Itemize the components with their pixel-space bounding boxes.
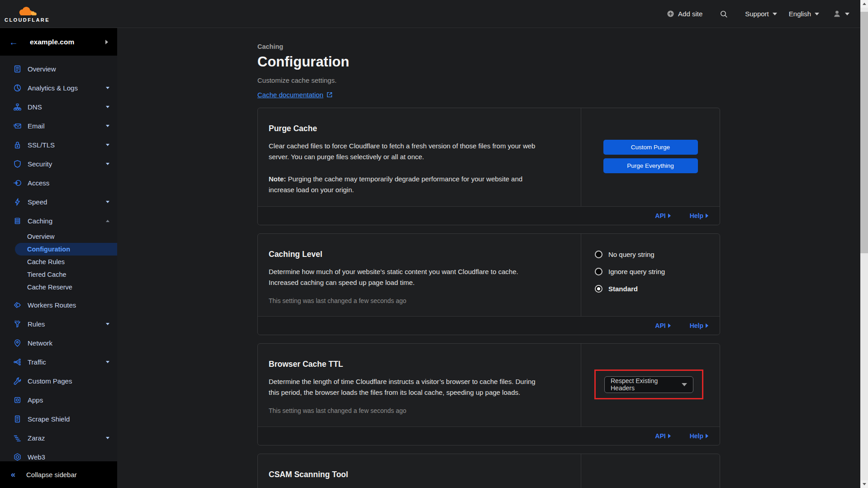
radio-option-standard[interactable]: Standard <box>595 285 720 293</box>
shield-icon <box>13 160 22 168</box>
radio-button-selected[interactable] <box>595 285 602 293</box>
cloudflare-logo[interactable]: CLOUDFLARE <box>7 5 47 23</box>
radio-label: No query string <box>608 251 655 258</box>
sidebar-item-analytics-logs[interactable]: Analytics & Logs <box>0 78 117 97</box>
document-icon <box>13 415 22 423</box>
last-changed-text: This setting was last changed a few seco… <box>269 297 570 304</box>
add-site-button[interactable]: Add site <box>667 10 702 18</box>
card-body-text: Determine the length of time Cloudflare … <box>269 376 570 398</box>
api-link[interactable]: API <box>655 322 670 329</box>
breadcrumb: Caching <box>257 43 720 50</box>
sidebar-subitem-label: Overview <box>27 233 54 240</box>
api-link[interactable]: API <box>655 432 670 440</box>
funnel-icon <box>13 320 22 328</box>
help-link[interactable]: Help <box>690 322 708 329</box>
chevron-right-icon[interactable] <box>105 40 108 44</box>
annotation-highlight-box: Respect Existing Headers <box>594 370 703 399</box>
external-link-icon <box>327 92 332 98</box>
sidebar-item-workers-routes[interactable]: Workers Routes <box>0 295 117 314</box>
sidebar-item-label: Zaraz <box>28 434 45 442</box>
sidebar-item-overview[interactable]: Overview <box>0 59 117 78</box>
radio-button[interactable] <box>595 268 602 275</box>
sidebar-item-custom-pages[interactable]: Custom Pages <box>0 371 117 390</box>
sidebar-subitem-cache-rules[interactable]: Cache Rules <box>0 256 117 268</box>
triangle-right-icon <box>668 213 671 218</box>
last-changed-text: This setting was last changed a few seco… <box>269 407 570 414</box>
sidebar-item-scrape-shield[interactable]: Scrape Shield <box>0 409 117 428</box>
sidebar-subitem-cache-reserve[interactable]: Cache Reserve <box>0 281 117 294</box>
sidebar-item-ssl-tls[interactable]: SSL/TLS <box>0 135 117 154</box>
chevron-down-icon <box>106 144 109 146</box>
caching-submenu: Overview Configuration Cache Rules Tiere… <box>0 230 117 295</box>
diamond-code-icon <box>13 301 22 309</box>
cloudflare-cloud-icon <box>17 5 38 17</box>
site-selector[interactable]: ← example.com <box>0 28 117 56</box>
cloudflare-wordmark: CLOUDFLARE <box>5 17 50 23</box>
scrollbar-thumb[interactable] <box>860 12 868 253</box>
sidebar-item-apps[interactable]: Apps <box>0 390 117 409</box>
sidebar-item-dns[interactable]: DNS <box>0 97 117 116</box>
back-arrow-icon[interactable]: ← <box>9 38 18 47</box>
browser-cache-ttl-dropdown[interactable]: Respect Existing Headers <box>604 376 693 393</box>
dropdown-selected-value: Respect Existing Headers <box>611 377 682 392</box>
arrow-down-icon <box>863 483 866 485</box>
radio-option-no-query-string[interactable]: No query string <box>595 251 720 258</box>
help-link[interactable]: Help <box>690 432 708 440</box>
sidebar-subitem-configuration[interactable]: Configuration <box>15 243 117 256</box>
user-icon <box>833 9 841 18</box>
search-button[interactable] <box>720 10 728 18</box>
sidebar-item-label: DNS <box>28 103 42 111</box>
collapse-sidebar-button[interactable]: « Collapse sidebar <box>0 461 117 488</box>
sidebar-subitem-tiered-cache[interactable]: Tiered Cache <box>0 268 117 281</box>
vertical-scrollbar[interactable] <box>860 0 868 488</box>
collapse-sidebar-label: Collapse sidebar <box>26 471 77 479</box>
sidebar-subitem-label: Configuration <box>27 246 70 253</box>
sidebar-item-rules[interactable]: Rules <box>0 314 117 333</box>
scroll-down-button[interactable] <box>860 480 868 488</box>
sidebar-item-label: Custom Pages <box>28 377 72 385</box>
card-footer: API Help <box>258 316 720 335</box>
card-title: Caching Level <box>269 250 570 259</box>
caching-level-options: No query string Ignore query string Stan… <box>581 234 720 293</box>
clipboard-icon <box>13 65 22 73</box>
account-menu[interactable] <box>833 9 849 18</box>
sidebar-item-label: Speed <box>28 198 47 206</box>
sidebar-item-network[interactable]: Network <box>0 333 117 352</box>
sidebar-item-label: Analytics & Logs <box>28 84 78 92</box>
sidebar-item-label: Network <box>28 339 52 347</box>
custom-purge-button[interactable]: Custom Purge <box>603 140 698 155</box>
sidebar-item-speed[interactable]: Speed <box>0 192 117 211</box>
purge-everything-button[interactable]: Purge Everything <box>603 158 698 173</box>
api-link[interactable]: API <box>655 212 670 219</box>
chevron-down-icon <box>106 437 109 439</box>
sidebar-subitem-label: Cache Reserve <box>27 284 72 291</box>
page-subtitle: Customize cache settings. <box>257 76 720 84</box>
chevron-down-icon <box>106 361 109 363</box>
sidebar-item-zaraz[interactable]: Zaraz <box>0 428 117 447</box>
sidebar-item-security[interactable]: Security <box>0 154 117 173</box>
language-menu[interactable]: English <box>789 10 819 18</box>
sidebar-item-label: Email <box>28 122 45 130</box>
sidebar-item-label: Web3 <box>28 453 45 461</box>
sidebar-item-access[interactable]: Access <box>0 173 117 192</box>
map-pin-icon <box>13 339 22 347</box>
page-title: Configuration <box>257 54 720 70</box>
sidebar-subitem-overview[interactable]: Overview <box>0 230 117 243</box>
chevron-down-icon <box>815 13 819 15</box>
radio-option-ignore-query-string[interactable]: Ignore query string <box>595 268 720 275</box>
sitemap-icon <box>13 103 22 111</box>
scroll-up-button[interactable] <box>860 0 868 8</box>
radio-button[interactable] <box>595 251 602 258</box>
sidebar-item-label: Security <box>28 160 52 168</box>
cache-documentation-link[interactable]: Cache documentation <box>257 91 323 99</box>
chevron-down-icon <box>106 163 109 165</box>
card-title: CSAM Scanning Tool <box>269 470 570 479</box>
sidebar-item-label: Traffic <box>28 358 46 366</box>
help-link[interactable]: Help <box>690 212 708 219</box>
sidebar-item-email[interactable]: Email <box>0 116 117 135</box>
support-menu[interactable]: Support <box>745 10 777 18</box>
sidebar-item-traffic[interactable]: Traffic <box>0 352 117 371</box>
sidebar: ← example.com Overview Analytics & Logs … <box>0 28 117 488</box>
login-circle-icon <box>13 179 22 187</box>
sidebar-item-caching[interactable]: Caching <box>0 211 117 230</box>
